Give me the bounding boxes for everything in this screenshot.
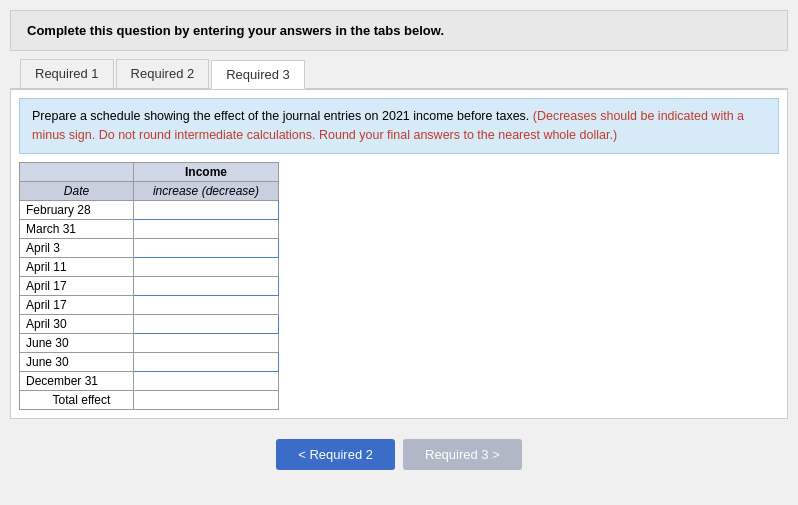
prev-button-label: < Required 2: [298, 447, 373, 462]
value-cell[interactable]: [133, 352, 278, 371]
table-row: April 3: [20, 238, 279, 257]
date-cell: April 17: [20, 295, 134, 314]
value-cell[interactable]: [133, 371, 278, 390]
date-cell: April 11: [20, 257, 134, 276]
value-cell[interactable]: [133, 257, 278, 276]
value-cell[interactable]: [133, 314, 278, 333]
schedule-table: Income Date increase (decrease) February…: [19, 162, 279, 410]
next-button[interactable]: Required 3 >: [403, 439, 522, 470]
table-row: February 28: [20, 200, 279, 219]
notice-box: Prepare a schedule showing the effect of…: [19, 98, 779, 154]
value-input[interactable]: [140, 374, 272, 388]
table-row: December 31: [20, 371, 279, 390]
value-input[interactable]: [140, 241, 272, 255]
date-cell: April 17: [20, 276, 134, 295]
col1-header: [20, 162, 134, 181]
value-cell[interactable]: [133, 295, 278, 314]
total-row: Total effect: [20, 390, 279, 409]
bottom-nav: < Required 2 Required 3 >: [10, 429, 788, 480]
value-input[interactable]: [140, 298, 272, 312]
date-cell: June 30: [20, 352, 134, 371]
value-input[interactable]: [140, 317, 272, 331]
instruction-bar: Complete this question by entering your …: [10, 10, 788, 51]
value-input[interactable]: [140, 203, 272, 217]
content-area: Prepare a schedule showing the effect of…: [10, 89, 788, 419]
income-header: Income: [133, 162, 278, 181]
value-cell[interactable]: [133, 200, 278, 219]
main-container: Complete this question by entering your …: [10, 10, 788, 480]
total-label: Total effect: [20, 390, 134, 409]
date-cell: April 30: [20, 314, 134, 333]
tab-required-3[interactable]: Required 3: [211, 60, 305, 89]
value-cell[interactable]: [133, 219, 278, 238]
value-input[interactable]: [140, 336, 272, 350]
table-row: June 30: [20, 352, 279, 371]
prev-button[interactable]: < Required 2: [276, 439, 395, 470]
table-row: April 17: [20, 276, 279, 295]
date-cell: April 3: [20, 238, 134, 257]
table-row: March 31: [20, 219, 279, 238]
next-button-label: Required 3 >: [425, 447, 500, 462]
total-input[interactable]: [140, 393, 272, 407]
increase-decrease-header: increase (decrease): [133, 181, 278, 200]
table-row: April 30: [20, 314, 279, 333]
tabs-row: Required 1 Required 2 Required 3: [10, 51, 788, 89]
date-cell: March 31: [20, 219, 134, 238]
tab-required-1[interactable]: Required 1: [20, 59, 114, 88]
total-value-cell[interactable]: [133, 390, 278, 409]
value-cell[interactable]: [133, 238, 278, 257]
table-row: April 17: [20, 295, 279, 314]
date-cell: June 30: [20, 333, 134, 352]
notice-main-text: Prepare a schedule showing the effect of…: [32, 109, 529, 123]
value-input[interactable]: [140, 279, 272, 293]
date-col-header: Date: [20, 181, 134, 200]
value-input[interactable]: [140, 222, 272, 236]
value-cell[interactable]: [133, 276, 278, 295]
value-cell[interactable]: [133, 333, 278, 352]
date-cell: February 28: [20, 200, 134, 219]
value-input[interactable]: [140, 355, 272, 369]
value-input[interactable]: [140, 260, 272, 274]
table-row: April 11: [20, 257, 279, 276]
instruction-text: Complete this question by entering your …: [27, 23, 444, 38]
tab-required-2[interactable]: Required 2: [116, 59, 210, 88]
date-cell: December 31: [20, 371, 134, 390]
table-row: June 30: [20, 333, 279, 352]
